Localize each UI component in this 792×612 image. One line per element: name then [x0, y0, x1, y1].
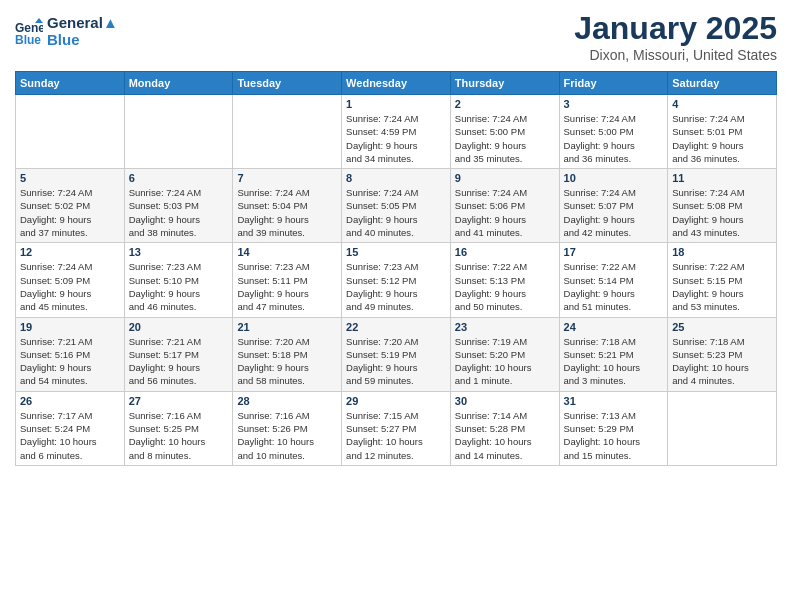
day-number: 15 [346, 246, 446, 258]
day-number: 27 [129, 395, 229, 407]
day-number: 4 [672, 98, 772, 110]
day-info: Sunrise: 7:24 AM Sunset: 5:04 PM Dayligh… [237, 186, 337, 239]
week-row-5: 26Sunrise: 7:17 AM Sunset: 5:24 PM Dayli… [16, 391, 777, 465]
logo-text-general: General▲ [47, 15, 118, 32]
day-info: Sunrise: 7:16 AM Sunset: 5:26 PM Dayligh… [237, 409, 337, 462]
day-info: Sunrise: 7:24 AM Sunset: 5:07 PM Dayligh… [564, 186, 664, 239]
day-info: Sunrise: 7:23 AM Sunset: 5:10 PM Dayligh… [129, 260, 229, 313]
month-title: January 2025 [574, 10, 777, 47]
day-cell: 13Sunrise: 7:23 AM Sunset: 5:10 PM Dayli… [124, 243, 233, 317]
day-header-sunday: Sunday [16, 72, 125, 95]
title-area: January 2025 Dixon, Missouri, United Sta… [574, 10, 777, 63]
day-cell: 7Sunrise: 7:24 AM Sunset: 5:04 PM Daylig… [233, 169, 342, 243]
day-cell: 16Sunrise: 7:22 AM Sunset: 5:13 PM Dayli… [450, 243, 559, 317]
day-info: Sunrise: 7:23 AM Sunset: 5:12 PM Dayligh… [346, 260, 446, 313]
week-row-2: 5Sunrise: 7:24 AM Sunset: 5:02 PM Daylig… [16, 169, 777, 243]
day-info: Sunrise: 7:19 AM Sunset: 5:20 PM Dayligh… [455, 335, 555, 388]
day-cell [16, 95, 125, 169]
location: Dixon, Missouri, United States [574, 47, 777, 63]
day-headers-row: SundayMondayTuesdayWednesdayThursdayFrid… [16, 72, 777, 95]
day-cell: 8Sunrise: 7:24 AM Sunset: 5:05 PM Daylig… [342, 169, 451, 243]
day-info: Sunrise: 7:16 AM Sunset: 5:25 PM Dayligh… [129, 409, 229, 462]
day-number: 18 [672, 246, 772, 258]
day-number: 29 [346, 395, 446, 407]
day-cell: 27Sunrise: 7:16 AM Sunset: 5:25 PM Dayli… [124, 391, 233, 465]
day-number: 30 [455, 395, 555, 407]
svg-text:Blue: Blue [15, 33, 41, 46]
day-info: Sunrise: 7:13 AM Sunset: 5:29 PM Dayligh… [564, 409, 664, 462]
calendar-body: 1Sunrise: 7:24 AM Sunset: 4:59 PM Daylig… [16, 95, 777, 466]
day-info: Sunrise: 7:24 AM Sunset: 5:08 PM Dayligh… [672, 186, 772, 239]
day-info: Sunrise: 7:23 AM Sunset: 5:11 PM Dayligh… [237, 260, 337, 313]
day-cell: 19Sunrise: 7:21 AM Sunset: 5:16 PM Dayli… [16, 317, 125, 391]
week-row-1: 1Sunrise: 7:24 AM Sunset: 4:59 PM Daylig… [16, 95, 777, 169]
day-info: Sunrise: 7:21 AM Sunset: 5:16 PM Dayligh… [20, 335, 120, 388]
day-number: 12 [20, 246, 120, 258]
day-cell: 21Sunrise: 7:20 AM Sunset: 5:18 PM Dayli… [233, 317, 342, 391]
day-cell: 3Sunrise: 7:24 AM Sunset: 5:00 PM Daylig… [559, 95, 668, 169]
day-cell: 10Sunrise: 7:24 AM Sunset: 5:07 PM Dayli… [559, 169, 668, 243]
day-info: Sunrise: 7:24 AM Sunset: 4:59 PM Dayligh… [346, 112, 446, 165]
day-info: Sunrise: 7:21 AM Sunset: 5:17 PM Dayligh… [129, 335, 229, 388]
day-number: 17 [564, 246, 664, 258]
day-cell: 28Sunrise: 7:16 AM Sunset: 5:26 PM Dayli… [233, 391, 342, 465]
day-number: 22 [346, 321, 446, 333]
day-number: 6 [129, 172, 229, 184]
day-cell: 11Sunrise: 7:24 AM Sunset: 5:08 PM Dayli… [668, 169, 777, 243]
day-header-tuesday: Tuesday [233, 72, 342, 95]
day-cell: 9Sunrise: 7:24 AM Sunset: 5:06 PM Daylig… [450, 169, 559, 243]
day-number: 11 [672, 172, 772, 184]
day-number: 31 [564, 395, 664, 407]
day-number: 8 [346, 172, 446, 184]
day-info: Sunrise: 7:24 AM Sunset: 5:06 PM Dayligh… [455, 186, 555, 239]
week-row-3: 12Sunrise: 7:24 AM Sunset: 5:09 PM Dayli… [16, 243, 777, 317]
day-number: 13 [129, 246, 229, 258]
day-header-thursday: Thursday [450, 72, 559, 95]
header: General Blue General▲ Blue January 2025 … [15, 10, 777, 63]
day-cell [668, 391, 777, 465]
day-number: 21 [237, 321, 337, 333]
day-info: Sunrise: 7:18 AM Sunset: 5:23 PM Dayligh… [672, 335, 772, 388]
day-info: Sunrise: 7:20 AM Sunset: 5:19 PM Dayligh… [346, 335, 446, 388]
day-number: 1 [346, 98, 446, 110]
day-info: Sunrise: 7:24 AM Sunset: 5:01 PM Dayligh… [672, 112, 772, 165]
day-info: Sunrise: 7:20 AM Sunset: 5:18 PM Dayligh… [237, 335, 337, 388]
logo: General Blue General▲ Blue [15, 15, 118, 48]
day-info: Sunrise: 7:24 AM Sunset: 5:05 PM Dayligh… [346, 186, 446, 239]
day-number: 9 [455, 172, 555, 184]
day-info: Sunrise: 7:24 AM Sunset: 5:02 PM Dayligh… [20, 186, 120, 239]
day-number: 14 [237, 246, 337, 258]
day-number: 3 [564, 98, 664, 110]
day-header-friday: Friday [559, 72, 668, 95]
day-header-saturday: Saturday [668, 72, 777, 95]
day-cell: 23Sunrise: 7:19 AM Sunset: 5:20 PM Dayli… [450, 317, 559, 391]
day-number: 5 [20, 172, 120, 184]
day-cell: 6Sunrise: 7:24 AM Sunset: 5:03 PM Daylig… [124, 169, 233, 243]
day-cell: 15Sunrise: 7:23 AM Sunset: 5:12 PM Dayli… [342, 243, 451, 317]
day-info: Sunrise: 7:17 AM Sunset: 5:24 PM Dayligh… [20, 409, 120, 462]
day-number: 19 [20, 321, 120, 333]
day-number: 2 [455, 98, 555, 110]
day-number: 28 [237, 395, 337, 407]
day-info: Sunrise: 7:18 AM Sunset: 5:21 PM Dayligh… [564, 335, 664, 388]
day-info: Sunrise: 7:14 AM Sunset: 5:28 PM Dayligh… [455, 409, 555, 462]
day-number: 26 [20, 395, 120, 407]
page-container: General Blue General▲ Blue January 2025 … [0, 0, 792, 612]
day-number: 20 [129, 321, 229, 333]
day-number: 10 [564, 172, 664, 184]
day-header-monday: Monday [124, 72, 233, 95]
day-number: 7 [237, 172, 337, 184]
calendar-header: SundayMondayTuesdayWednesdayThursdayFrid… [16, 72, 777, 95]
day-cell: 25Sunrise: 7:18 AM Sunset: 5:23 PM Dayli… [668, 317, 777, 391]
day-info: Sunrise: 7:22 AM Sunset: 5:14 PM Dayligh… [564, 260, 664, 313]
day-info: Sunrise: 7:24 AM Sunset: 5:09 PM Dayligh… [20, 260, 120, 313]
day-cell: 12Sunrise: 7:24 AM Sunset: 5:09 PM Dayli… [16, 243, 125, 317]
logo-icon: General Blue [15, 18, 43, 46]
logo-text-blue: Blue [47, 32, 118, 49]
day-cell: 30Sunrise: 7:14 AM Sunset: 5:28 PM Dayli… [450, 391, 559, 465]
day-cell: 4Sunrise: 7:24 AM Sunset: 5:01 PM Daylig… [668, 95, 777, 169]
day-info: Sunrise: 7:22 AM Sunset: 5:13 PM Dayligh… [455, 260, 555, 313]
day-number: 16 [455, 246, 555, 258]
day-cell: 20Sunrise: 7:21 AM Sunset: 5:17 PM Dayli… [124, 317, 233, 391]
day-cell: 31Sunrise: 7:13 AM Sunset: 5:29 PM Dayli… [559, 391, 668, 465]
